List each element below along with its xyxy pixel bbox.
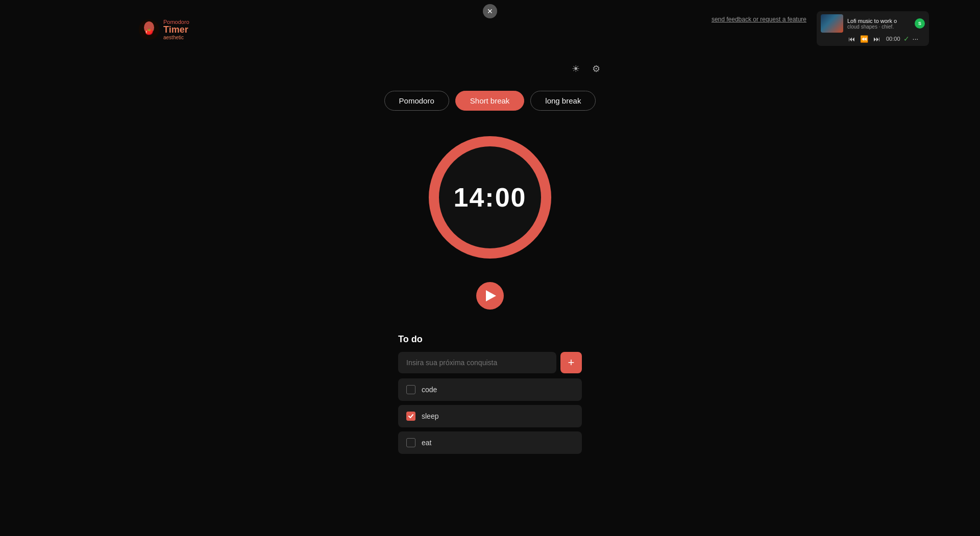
todo-label-sleep: sleep [422,412,438,420]
timer-tabs: Pomodoro Short break long break [384,91,596,111]
tab-long-break[interactable]: long break [530,91,596,111]
feedback-area: send feedback or request a feature [712,14,806,23]
todo-checkbox-sleep[interactable] [406,412,415,421]
logo-icon: 🍅 [138,18,160,41]
music-rewind-button[interactable]: ⏪ [859,35,869,43]
play-button[interactable] [476,282,504,310]
icon-row: ☀ ⚙ [570,61,602,76]
todo-checkbox-eat[interactable] [406,438,415,447]
play-icon [486,290,496,301]
close-button[interactable]: ✕ [483,4,497,18]
todo-title: To do [398,334,582,345]
tab-short-break[interactable]: Short break [455,91,525,111]
music-artist: cloud shapes · chief. [847,24,911,30]
music-more-icon[interactable]: ··· [913,35,919,43]
list-item: code [398,378,582,401]
feedback-link[interactable]: send feedback or request a feature [712,16,806,23]
settings-icon: ⚙ [592,64,600,74]
list-item: sleep [398,405,582,427]
logo-text: Pomodoro Timer aesthetic [163,19,189,41]
list-item: eat [398,431,582,454]
todo-input[interactable] [398,352,556,373]
music-next-button[interactable]: ⏭ [872,35,881,43]
timer-display: 14:00 [454,182,527,213]
music-thumbnail [821,14,843,33]
checkmark-icon [408,413,414,419]
todo-input-row: + [398,352,582,373]
music-check-icon: ✓ [903,35,910,43]
music-time: 00:00 [886,36,900,42]
spotify-icon: S [915,18,925,29]
logo: 🍅 Pomodoro Timer aesthetic [138,18,189,41]
music-controls: ⏮ ⏪ ⏭ 00:00 ✓ ··· [821,35,925,43]
logo-timer: Timer [163,25,189,35]
todo-checkbox-code[interactable] [406,385,415,394]
logo-pomodoro: Pomodoro [163,19,189,25]
timer-circle-wrapper: 14:00 [424,131,556,264]
todo-label-code: code [422,386,437,394]
svg-text:🍅: 🍅 [145,27,154,36]
main-content: ☀ ⚙ Pomodoro Short break long break 14:0… [337,61,643,458]
brightness-icon: ☀ [572,64,580,74]
logo-aesthetic: aesthetic [163,35,189,40]
music-prev-button[interactable]: ⏮ [847,35,856,43]
todo-section: To do + code sleep eat [398,334,582,458]
music-widget: Lofi music to work o cloud shapes · chie… [817,11,929,46]
tab-pomodoro[interactable]: Pomodoro [384,91,449,111]
todo-label-eat: eat [422,439,431,447]
music-info: Lofi music to work o cloud shapes · chie… [847,18,911,30]
brightness-button[interactable]: ☀ [570,61,582,76]
add-todo-button[interactable]: + [560,352,582,373]
settings-button[interactable]: ⚙ [590,61,602,76]
music-title: Lofi music to work o [847,18,911,24]
